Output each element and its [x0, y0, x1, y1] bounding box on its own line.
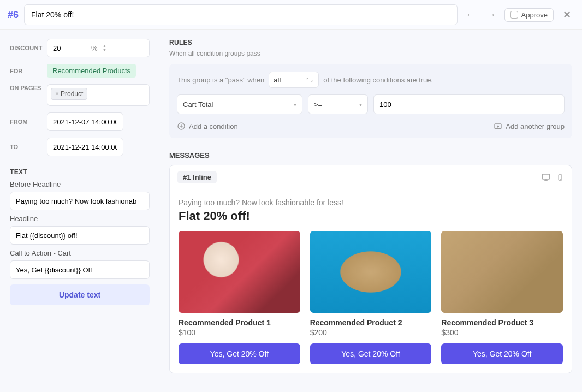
discount-unit: % [91, 44, 98, 52]
messages-title: MESSAGES [169, 151, 572, 159]
from-label: FROM [10, 118, 47, 125]
product-cta-button[interactable]: Yes, Get 20% Off [179, 343, 300, 364]
group-mode-select[interactable]: all ⌃⌄ [269, 72, 319, 88]
group-text-post: of the following conditions are true. [323, 76, 433, 84]
rules-group: This group is a "pass" when all ⌃⌄ of th… [169, 64, 572, 138]
for-tag[interactable]: Recommended Products [47, 64, 136, 78]
svg-rect-6 [542, 174, 550, 179]
add-group-label: Add another group [506, 122, 565, 130]
preview-headline: Flat 20% off! [179, 209, 563, 223]
cta-input[interactable] [10, 260, 150, 279]
product-price: $200 [310, 328, 432, 337]
group-text-pre: This group is a "pass" when [177, 76, 264, 84]
product-price: $300 [441, 328, 563, 337]
condition-value-input[interactable] [373, 94, 565, 114]
desktop-icon[interactable] [541, 173, 551, 182]
product-name: Recommended Product 3 [441, 318, 563, 327]
from-date-input[interactable] [47, 112, 123, 131]
approve-label: Approve [521, 11, 548, 19]
product-cta-button[interactable]: Yes, Get 20% Off [441, 343, 563, 364]
discount-value-input[interactable] [53, 44, 91, 52]
cta-label: Call to Action - Cart [10, 249, 150, 257]
pages-label: ON PAGES [10, 84, 47, 92]
condition-operator-select[interactable]: >= ▾ [308, 94, 368, 114]
message-card: #1 Inline Paying too much? Now look fash… [169, 165, 572, 373]
approve-toggle[interactable]: Approve [504, 8, 554, 22]
update-text-button[interactable]: Update text [10, 284, 150, 305]
product-card: Recommended Product 2 $200 Yes, Get 20% … [310, 231, 432, 364]
product-image [310, 231, 432, 313]
text-section-label: TEXT [10, 168, 150, 176]
group-mode-value: all [274, 76, 281, 84]
before-headline-input[interactable] [10, 192, 150, 210]
page-chip-label: Product [61, 90, 83, 98]
headline-input[interactable] [10, 226, 150, 245]
close-icon[interactable]: ✕ [559, 7, 574, 22]
chip-remove-icon[interactable]: × [55, 90, 59, 98]
chevron-down-icon: ▾ [359, 102, 362, 108]
before-headline-label: Before Headline [10, 180, 150, 188]
product-card: Recommended Product 1 $100 Yes, Get 20% … [179, 231, 300, 364]
product-name: Recommended Product 2 [310, 318, 432, 327]
campaign-title-input[interactable] [24, 4, 458, 25]
discount-label: DISCOUNT [10, 45, 47, 51]
add-group-button[interactable]: Add another group [494, 122, 565, 130]
chevron-updown-icon: ⌃⌄ [305, 77, 314, 83]
product-name: Recommended Product 1 [179, 318, 300, 327]
pages-chipbox[interactable]: ×Product [47, 84, 150, 106]
discount-input-wrap[interactable]: % ▲▼ [47, 39, 150, 57]
condition-operator-value: >= [314, 100, 322, 109]
rules-title: RULES [169, 39, 572, 46]
headline-label: Headline [10, 215, 150, 223]
discount-stepper[interactable]: ▲▼ [100, 44, 110, 52]
campaign-id: #6 [8, 9, 19, 21]
product-image [179, 231, 300, 313]
folder-plus-icon [494, 122, 502, 130]
product-card: Recommended Product 3 $300 Yes, Get 20% … [441, 231, 563, 364]
product-price: $100 [179, 328, 300, 337]
condition-field-select[interactable]: Cart Total ▾ [177, 94, 302, 114]
rules-subtitle: When all condition groups pass [169, 50, 572, 57]
plus-circle-icon [177, 122, 186, 130]
for-label: FOR [10, 68, 47, 74]
add-condition-label: Add a condition [189, 122, 238, 130]
to-label: TO [10, 144, 47, 150]
svg-point-10 [560, 179, 561, 180]
next-arrow-icon[interactable]: → [484, 7, 499, 22]
page-chip-product[interactable]: ×Product [51, 88, 87, 100]
prev-arrow-icon[interactable]: ← [463, 7, 478, 22]
preview-pre-headline: Paying too much? Now look fashionable fo… [179, 198, 563, 207]
product-cta-button[interactable]: Yes, Get 20% Off [310, 343, 432, 364]
product-image [441, 231, 563, 313]
message-tag[interactable]: #1 Inline [177, 171, 217, 183]
add-condition-button[interactable]: Add a condition [177, 122, 238, 130]
approve-checkbox-icon[interactable] [510, 11, 518, 19]
to-date-input[interactable] [47, 138, 123, 156]
mobile-icon[interactable] [556, 173, 564, 182]
chevron-down-icon: ▾ [294, 102, 296, 108]
condition-field-value: Cart Total [183, 100, 213, 109]
